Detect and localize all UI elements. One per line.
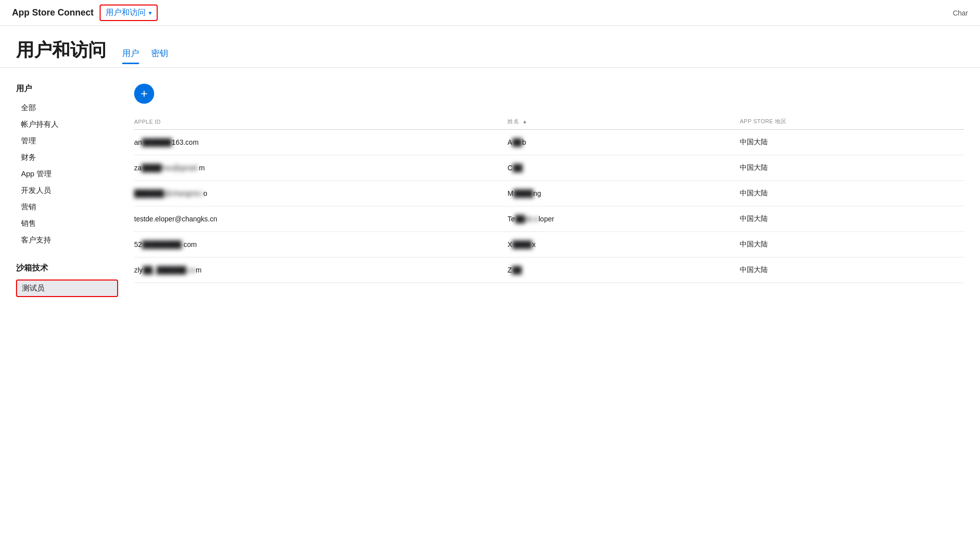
apple-id-suffix: 163.com <box>172 138 199 146</box>
content-area: + APPLE ID 姓名 ▲ APP STORE 地区 <box>126 84 964 298</box>
cell-apple-id: zly██_██████.com <box>134 257 508 283</box>
apple-id-suffix: m <box>199 164 205 172</box>
user-label: Char <box>953 9 968 17</box>
apple-id-visible: 52 <box>134 240 142 248</box>
page-container: 用户和访问 用户 密钥 用户 全部 帐户持有人 管理 财务 App 管理 开发人… <box>0 26 980 298</box>
sidebar-item-all[interactable]: 全部 <box>16 100 118 116</box>
sidebar-item-app-manager[interactable]: App 管理 <box>16 166 118 182</box>
apple-id-blurred: ██████@changme.i <box>134 189 203 197</box>
sidebar-item-testers[interactable]: 测试员 <box>16 280 118 297</box>
name-suffix: ng <box>533 189 541 197</box>
main-content: 用户 全部 帐户持有人 管理 财务 App 管理 开发人员 营销 销售 客户支持… <box>16 68 964 298</box>
name-suffix: loper <box>539 215 554 223</box>
name-blurred: ██ <box>512 266 522 274</box>
apple-id-blurred: ██████ <box>142 138 172 146</box>
apple-id-suffix: m <box>196 266 202 274</box>
sidebar-item-finance[interactable]: 财务 <box>16 150 118 165</box>
cell-apple-id: an██████163.com <box>134 130 508 155</box>
cell-apple-id: za████hou@gmail.m <box>134 155 508 181</box>
table-row[interactable]: an██████163.comA██b中国大陆 <box>134 130 964 155</box>
sidebar-sandbox-title: 沙箱技术 <box>16 263 118 274</box>
nav-menu-button[interactable]: 用户和访问 ▾ <box>100 5 158 21</box>
cell-region: 中国大陆 <box>740 257 964 283</box>
sidebar-item-customer-support[interactable]: 客户支持 <box>16 232 118 248</box>
table-row[interactable]: 52████████.comX████x中国大陆 <box>134 232 964 257</box>
cell-region: 中国大陆 <box>740 130 964 155</box>
name-suffix: x <box>532 240 536 248</box>
top-nav: App Store Connect 用户和访问 ▾ Char <box>0 0 980 26</box>
apple-id-blurred: ████████. <box>142 240 184 248</box>
cell-name: A██b <box>508 130 740 155</box>
chevron-down-icon: ▾ <box>149 10 152 17</box>
table-body: an██████163.comA██b中国大陆za████hou@gmail.m… <box>134 130 964 283</box>
table-row[interactable]: za████hou@gmail.mC██中国大陆 <box>134 155 964 181</box>
cell-region: 中国大陆 <box>740 232 964 257</box>
page-title: 用户和访问 <box>16 38 106 63</box>
table-row[interactable]: ██████@changme.ioM████ng中国大陆 <box>134 181 964 206</box>
sidebar: 用户 全部 帐户持有人 管理 财务 App 管理 开发人员 营销 销售 客户支持… <box>16 84 126 298</box>
apple-id-visible: zly <box>134 266 143 274</box>
sidebar-item-developer[interactable]: 开发人员 <box>16 183 118 198</box>
cell-apple-id: 52████████.com <box>134 232 508 257</box>
cell-region: 中国大陆 <box>740 181 964 206</box>
add-user-button[interactable]: + <box>134 84 154 104</box>
name-visible: C <box>508 164 513 172</box>
users-table: APPLE ID 姓名 ▲ APP STORE 地区 an██████163.c… <box>134 114 964 283</box>
sidebar-item-account-holder[interactable]: 帐户持有人 <box>16 117 118 132</box>
cell-region: 中国大陆 <box>740 206 964 232</box>
cell-region: 中国大陆 <box>740 155 964 181</box>
tabs: 用户 密钥 <box>122 48 168 63</box>
apple-id-suffix: o <box>203 189 207 197</box>
sidebar-item-sales[interactable]: 销售 <box>16 216 118 231</box>
col-header-apple-id: APPLE ID <box>134 114 508 130</box>
name-blurred: ████ <box>512 240 532 248</box>
apple-id-visible: an <box>134 138 142 146</box>
sidebar-item-marketing[interactable]: 营销 <box>16 199 118 215</box>
cell-name: M████ng <box>508 181 740 206</box>
col-header-name[interactable]: 姓名 ▲ <box>508 114 740 130</box>
apple-id-blurred: ████hou@gmail. <box>142 164 199 172</box>
name-blurred: ██ <box>512 138 522 146</box>
table-row[interactable]: zly██_██████.comZ██中国大陆 <box>134 257 964 283</box>
cell-name: Z██ <box>508 257 740 283</box>
apple-id-visible: za <box>134 164 142 172</box>
cell-apple-id: ██████@changme.io <box>134 181 508 206</box>
page-header: 用户和访问 用户 密钥 <box>16 38 964 63</box>
cell-name: X████x <box>508 232 740 257</box>
table-row[interactable]: testde.eloper@changks.cnTe██de.eloper中国大… <box>134 206 964 232</box>
apple-id-suffix: com <box>184 240 197 248</box>
sort-arrow-icon: ▲ <box>522 119 527 124</box>
cell-apple-id: testde.eloper@changks.cn <box>134 206 508 232</box>
plus-icon: + <box>141 88 148 100</box>
nav-menu-label: 用户和访问 <box>106 8 146 18</box>
brand-label: App Store Connect <box>12 8 94 18</box>
table-header: APPLE ID 姓名 ▲ APP STORE 地区 <box>134 114 964 130</box>
name-visible: M <box>508 189 514 197</box>
name-visible: A <box>508 138 512 146</box>
name-suffix: b <box>522 138 526 146</box>
sidebar-item-admin[interactable]: 管理 <box>16 133 118 149</box>
tab-keys[interactable]: 密钥 <box>151 48 168 63</box>
name-blurred: ██ <box>513 164 523 172</box>
name-visible: Z <box>508 266 512 274</box>
col-header-region: APP STORE 地区 <box>740 114 964 130</box>
cell-name: C██ <box>508 155 740 181</box>
name-blurred: ██de.e <box>515 215 539 223</box>
apple-id-blurred: ██_██████.co <box>143 266 196 274</box>
cell-name: Te██de.eloper <box>508 206 740 232</box>
name-visible: X <box>508 240 512 248</box>
sidebar-users-title: 用户 <box>16 84 118 94</box>
sidebar-gap <box>16 249 118 261</box>
name-partial: Te <box>508 215 515 223</box>
tab-users[interactable]: 用户 <box>122 48 139 63</box>
name-blurred: ████ <box>514 189 534 197</box>
